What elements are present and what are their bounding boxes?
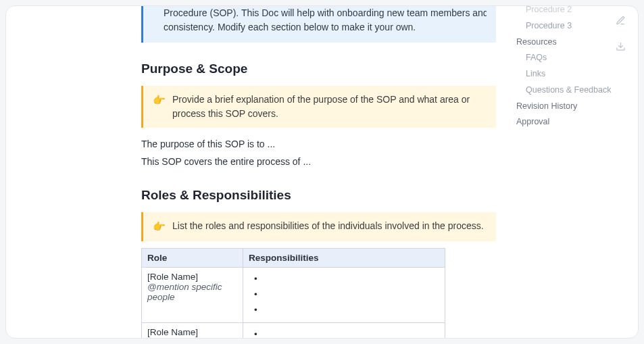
roles-tip-callout: 👉 List the roles and responsibilities of…: [141, 212, 496, 241]
nav-revision-history[interactable]: Revision History: [516, 99, 638, 115]
purpose-body[interactable]: The purpose of this SOP is to ... This S…: [141, 137, 496, 169]
download-icon[interactable]: [616, 41, 626, 57]
nav-links[interactable]: Links: [516, 66, 638, 82]
responsibilities-cell[interactable]: • • •: [243, 322, 445, 338]
intro-line-1: Procedure (SOP). This Doc will help with…: [164, 6, 487, 20]
purpose-tip-callout: 👉 Provide a brief explanation of the pur…: [141, 86, 496, 128]
responsibilities-cell[interactable]: • • •: [243, 267, 445, 322]
purpose-tip-text: Provide a brief explanation of the purpo…: [172, 93, 487, 121]
purpose-body-line-1[interactable]: The purpose of this SOP is to ...: [141, 137, 496, 152]
document-frame: Procedure (SOP). This Doc will help with…: [5, 5, 639, 339]
table-row[interactable]: [Role Name] @mention specific people • •…: [142, 322, 445, 338]
table-row[interactable]: [Role Name] @mention specific people • •…: [142, 267, 445, 322]
roles-heading: Roles & Responsibilities: [141, 188, 496, 203]
document-content: Procedure (SOP). This Doc will help with…: [6, 6, 516, 338]
intro-line-2: consistency. Modify each section below t…: [164, 20, 487, 34]
sidebar-actions: [616, 16, 626, 57]
intro-callout: Procedure (SOP). This Doc will help with…: [141, 6, 496, 43]
role-mention[interactable]: @mention specific people: [147, 282, 237, 302]
nav-questions-feedback[interactable]: Questions & Feedback: [516, 82, 638, 99]
roles-table[interactable]: Role Responsibilities [Role Name] @menti…: [141, 248, 445, 338]
role-name[interactable]: [Role Name]: [147, 272, 237, 282]
outline-sidebar: Procedure 2 Procedure 3 Resources FAQs L…: [516, 6, 638, 338]
col-responsibilities: Responsibilities: [243, 248, 445, 267]
purpose-heading: Purpose & Scope: [141, 62, 496, 76]
roles-tip-text: List the roles and responsibilities of t…: [172, 219, 487, 235]
role-mention[interactable]: @mention specific people: [147, 337, 237, 338]
purpose-body-line-2[interactable]: This SOP covers the entire process of ..…: [141, 155, 496, 170]
pointing-hand-icon: 👉: [153, 219, 166, 235]
col-role: Role: [142, 248, 243, 267]
nav-approval[interactable]: Approval: [516, 114, 638, 130]
nav-procedure-2[interactable]: Procedure 2: [516, 5, 638, 18]
pointing-hand-icon: 👉: [153, 93, 166, 121]
role-name[interactable]: [Role Name]: [147, 327, 237, 337]
